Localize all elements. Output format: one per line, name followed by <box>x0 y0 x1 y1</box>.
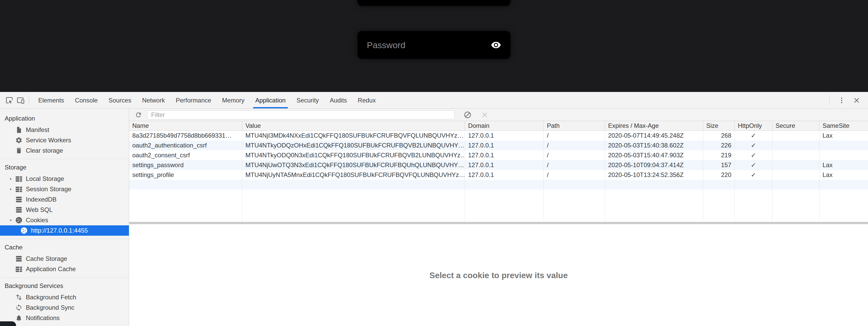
tab-memory[interactable]: Memory <box>221 92 246 108</box>
tab-application[interactable]: Application <box>254 92 286 108</box>
cell-expires: 2020-05-03T15:40:47.903Z <box>605 150 703 160</box>
cookie-row-8a3d27185b49d7758d8bb669331[interactable]: 8a3d27185b49d7758d8bb669331…MTU4NjI3MDk4… <box>129 131 868 140</box>
cell-domain: 127.0.0.1 <box>465 170 544 180</box>
sidebar-item-session-storage[interactable]: Session Storage <box>0 184 129 194</box>
cookie-row-oauth2-authentication-csrf[interactable]: oauth2_authentication_csrfMTU4NTkyODQzOH… <box>129 140 868 150</box>
cell-path: / <box>544 160 605 170</box>
tab-performance[interactable]: Performance <box>175 92 212 108</box>
splitter-handle[interactable] <box>129 222 868 224</box>
column-header-size[interactable]: Size <box>703 121 735 130</box>
sidebar-section-cache: CacheCache StorageApplication Cache <box>0 239 129 278</box>
cell-path: / <box>544 150 605 160</box>
cell-size: 226 <box>703 140 735 150</box>
cell-path: / <box>544 170 605 180</box>
column-header-samesite[interactable]: SameSite <box>819 121 868 130</box>
column-header-httponly[interactable]: HttpOnly <box>735 121 772 130</box>
column-header-secure[interactable]: Secure <box>772 121 819 130</box>
devtools-panel: ElementsConsoleSourcesNetworkPerformance… <box>0 92 868 326</box>
sidebar-item-clear-storage[interactable]: Clear storage <box>0 145 129 156</box>
sidebar-item-background-fetch[interactable]: Background Fetch <box>0 292 129 302</box>
sidebar-item-label: Web SQL <box>26 206 53 213</box>
sidebar-item-http-127-0-0-1-4455[interactable]: http://127.0.0.1:4455 <box>0 225 129 236</box>
tab-audits[interactable]: Audits <box>329 92 348 108</box>
webpage-background: Password <box>0 0 868 92</box>
cell-expires: 2020-05-03T15:40:38.602Z <box>605 140 703 150</box>
table-icon <box>14 266 23 273</box>
column-header-domain[interactable]: Domain <box>465 121 544 130</box>
devtools-body: ApplicationManifestService WorkersClear … <box>0 109 868 326</box>
cell-http-only: ✓ <box>735 131 772 140</box>
sidebar-item-label: Cache Storage <box>26 255 67 262</box>
cell-same-site: Lax <box>819 170 868 180</box>
password-field[interactable]: Password <box>358 31 510 59</box>
cell-secure <box>772 131 819 140</box>
sidebar-item-label: http://127.0.0.1:4455 <box>31 227 88 234</box>
filter-input[interactable] <box>147 110 455 119</box>
divider <box>29 96 29 105</box>
cell-expires: 2020-05-07T14:49:45.248Z <box>605 131 703 140</box>
cookie-row-settings-password[interactable]: settings_passwordMTU4NjUwOTQ3N3xEdi1CQkF… <box>129 160 868 170</box>
cell-value: MTU4NjI3MDk4NXxEdi1CQkFFQ180SUFBUkFCRUFB… <box>242 131 465 140</box>
cell-size: 268 <box>703 131 735 140</box>
filler-cell <box>544 190 605 222</box>
chevron-right-icon[interactable] <box>7 187 14 191</box>
kebab-menu-icon[interactable] <box>836 95 847 106</box>
close-icon[interactable] <box>851 95 862 106</box>
cell-same-site <box>819 140 868 150</box>
column-header-name[interactable]: Name <box>129 121 242 130</box>
database-icon <box>14 196 23 203</box>
cookie-row-oauth2-consent-csrf[interactable]: oauth2_consent_csrfMTU4NTkyODQ0N3xEdi1CQ… <box>129 150 868 160</box>
cookie-icon <box>14 217 23 224</box>
cookie-icon <box>20 227 28 234</box>
tab-sources[interactable]: Sources <box>107 92 132 108</box>
tab-security[interactable]: Security <box>296 92 320 108</box>
sidebar-item-cache-storage[interactable]: Cache Storage <box>0 253 129 264</box>
chevron-right-icon[interactable] <box>7 177 14 181</box>
dark-corner-shape <box>0 321 16 326</box>
section-title-application: Application <box>0 110 129 125</box>
tab-redux[interactable]: Redux <box>357 92 377 108</box>
cell-value: MTU4NjUwOTQ3N3xEdi1CQkFFQ180SUFBUkFCRUFB… <box>242 160 465 170</box>
sidebar-item-manifest[interactable]: Manifest <box>0 125 129 135</box>
tab-network[interactable]: Network <box>141 92 166 108</box>
column-header-path[interactable]: Path <box>544 121 605 130</box>
eye-icon[interactable] <box>491 40 501 50</box>
trash-icon <box>14 147 23 154</box>
device-toolbar-icon[interactable] <box>15 95 26 106</box>
column-header-expires-max-age[interactable]: Expires / Max-Age <box>605 121 703 130</box>
sidebar-item-application-cache[interactable]: Application Cache <box>0 264 129 274</box>
empty-cell <box>772 180 819 190</box>
sidebar-item-notifications[interactable]: Notifications <box>0 313 129 323</box>
cookie-preview-pane: Select a cookie to preview its value <box>129 224 868 326</box>
sidebar-item-service-workers[interactable]: Service Workers <box>0 135 129 145</box>
tab-elements[interactable]: Elements <box>37 92 65 108</box>
sidebar-section-application: ApplicationManifestService WorkersClear … <box>0 110 129 159</box>
chevron-down-icon[interactable] <box>7 218 14 222</box>
sidebar-item-web-sql[interactable]: Web SQL <box>0 205 129 215</box>
sidebar-item-label: Background Sync <box>26 304 74 311</box>
sidebar-item-label: Cookies <box>26 217 48 224</box>
tab-console[interactable]: Console <box>74 92 99 108</box>
empty-row <box>129 180 868 190</box>
cell-name: oauth2_consent_csrf <box>129 150 242 160</box>
refresh-icon[interactable] <box>133 109 144 120</box>
clear-filter-icon[interactable] <box>479 109 490 120</box>
cell-name: settings_password <box>129 160 242 170</box>
clear-all-cookies-icon[interactable] <box>462 109 473 120</box>
sidebar-item-local-storage[interactable]: Local Storage <box>0 173 129 184</box>
sidebar-item-cookies[interactable]: Cookies <box>0 215 129 225</box>
filler-cell <box>605 190 703 222</box>
sidebar-item-label: Session Storage <box>26 186 71 193</box>
column-header-value[interactable]: Value <box>242 121 465 130</box>
gear-icon <box>14 137 23 144</box>
empty-cell <box>819 180 868 190</box>
empty-cell <box>735 180 772 190</box>
inspect-cursor-icon[interactable] <box>4 95 15 106</box>
text-input-partial[interactable] <box>358 0 510 6</box>
sidebar-item-indexeddb[interactable]: IndexedDB <box>0 194 129 205</box>
empty-cell <box>242 180 465 190</box>
cell-expires: 2020-05-10T13:24:52.356Z <box>605 170 703 180</box>
sidebar-item-background-sync[interactable]: Background Sync <box>0 302 129 313</box>
divider <box>830 96 830 105</box>
cookie-row-settings-profile[interactable]: settings_profileMTU4NjUyNTA5MnxEdi1CQkFF… <box>129 170 868 180</box>
